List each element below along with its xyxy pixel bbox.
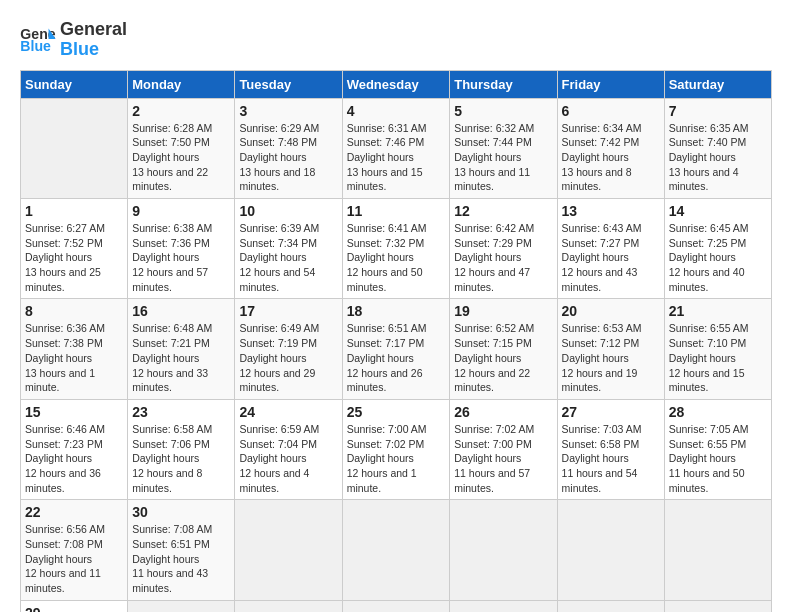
calendar-day-cell: 3Sunrise: 6:29 AMSunset: 7:48 PMDaylight… <box>235 98 342 198</box>
calendar-body: 2Sunrise: 6:28 AMSunset: 7:50 PMDaylight… <box>21 98 772 612</box>
day-number: 25 <box>347 404 446 420</box>
calendar-day-cell: 24Sunrise: 6:59 AMSunset: 7:04 PMDayligh… <box>235 399 342 499</box>
weekday-header-cell: Wednesday <box>342 70 450 98</box>
day-info: Sunrise: 6:56 AMSunset: 7:08 PMDaylight … <box>25 522 123 595</box>
weekday-header-cell: Thursday <box>450 70 557 98</box>
day-number: 4 <box>347 103 446 119</box>
weekday-header-cell: Sunday <box>21 70 128 98</box>
calendar-day-cell: 8Sunrise: 6:36 AMSunset: 7:38 PMDaylight… <box>21 299 128 399</box>
weekday-header-cell: Monday <box>128 70 235 98</box>
calendar-day-cell: 17Sunrise: 6:49 AMSunset: 7:19 PMDayligh… <box>235 299 342 399</box>
calendar-day-cell <box>450 600 557 612</box>
day-number: 24 <box>239 404 337 420</box>
day-info: Sunrise: 7:08 AMSunset: 6:51 PMDaylight … <box>132 522 230 595</box>
calendar-day-cell: 16Sunrise: 6:48 AMSunset: 7:21 PMDayligh… <box>128 299 235 399</box>
day-number: 3 <box>239 103 337 119</box>
day-number: 17 <box>239 303 337 319</box>
day-info: Sunrise: 6:39 AMSunset: 7:34 PMDaylight … <box>239 221 337 294</box>
day-info: Sunrise: 7:03 AMSunset: 6:58 PMDaylight … <box>562 422 660 495</box>
calendar-day-cell: 20Sunrise: 6:53 AMSunset: 7:12 PMDayligh… <box>557 299 664 399</box>
calendar-day-cell <box>557 600 664 612</box>
calendar-day-cell: 13Sunrise: 6:43 AMSunset: 7:27 PMDayligh… <box>557 199 664 299</box>
calendar-day-cell: 14Sunrise: 6:45 AMSunset: 7:25 PMDayligh… <box>664 199 771 299</box>
day-info: Sunrise: 6:41 AMSunset: 7:32 PMDaylight … <box>347 221 446 294</box>
day-number: 2 <box>132 103 230 119</box>
day-info: Sunrise: 6:29 AMSunset: 7:48 PMDaylight … <box>239 121 337 194</box>
calendar-day-cell: 27Sunrise: 7:03 AMSunset: 6:58 PMDayligh… <box>557 399 664 499</box>
day-info: Sunrise: 6:45 AMSunset: 7:25 PMDaylight … <box>669 221 767 294</box>
calendar-day-cell: 15Sunrise: 6:46 AMSunset: 7:23 PMDayligh… <box>21 399 128 499</box>
day-number: 22 <box>25 504 123 520</box>
day-info: Sunrise: 6:59 AMSunset: 7:04 PMDaylight … <box>239 422 337 495</box>
calendar-week-row: 1Sunrise: 6:27 AMSunset: 7:52 PMDaylight… <box>21 199 772 299</box>
day-info: Sunrise: 6:52 AMSunset: 7:15 PMDaylight … <box>454 321 552 394</box>
calendar-day-cell: 23Sunrise: 6:58 AMSunset: 7:06 PMDayligh… <box>128 399 235 499</box>
day-number: 16 <box>132 303 230 319</box>
calendar-day-cell: 6Sunrise: 6:34 AMSunset: 7:42 PMDaylight… <box>557 98 664 198</box>
calendar-day-cell: 7Sunrise: 6:35 AMSunset: 7:40 PMDaylight… <box>664 98 771 198</box>
day-info: Sunrise: 7:05 AMSunset: 6:55 PMDaylight … <box>669 422 767 495</box>
calendar-day-cell: 11Sunrise: 6:41 AMSunset: 7:32 PMDayligh… <box>342 199 450 299</box>
calendar-day-cell: 29Sunrise: 7:06 AMSunset: 6:53 PMDayligh… <box>21 600 128 612</box>
day-number: 20 <box>562 303 660 319</box>
calendar-day-cell: 21Sunrise: 6:55 AMSunset: 7:10 PMDayligh… <box>664 299 771 399</box>
day-info: Sunrise: 6:46 AMSunset: 7:23 PMDaylight … <box>25 422 123 495</box>
day-info: Sunrise: 6:49 AMSunset: 7:19 PMDaylight … <box>239 321 337 394</box>
calendar-week-row: 15Sunrise: 6:46 AMSunset: 7:23 PMDayligh… <box>21 399 772 499</box>
calendar-day-cell: 30Sunrise: 7:08 AMSunset: 6:51 PMDayligh… <box>128 500 235 600</box>
calendar-week-row: 2Sunrise: 6:28 AMSunset: 7:50 PMDaylight… <box>21 98 772 198</box>
svg-text:Blue: Blue <box>20 38 51 54</box>
calendar-day-cell: 12Sunrise: 6:42 AMSunset: 7:29 PMDayligh… <box>450 199 557 299</box>
day-number: 27 <box>562 404 660 420</box>
weekday-header-row: SundayMondayTuesdayWednesdayThursdayFrid… <box>21 70 772 98</box>
day-info: Sunrise: 6:53 AMSunset: 7:12 PMDaylight … <box>562 321 660 394</box>
day-number: 19 <box>454 303 552 319</box>
day-number: 30 <box>132 504 230 520</box>
calendar-day-cell: 26Sunrise: 7:02 AMSunset: 7:00 PMDayligh… <box>450 399 557 499</box>
calendar-table: SundayMondayTuesdayWednesdayThursdayFrid… <box>20 70 772 612</box>
calendar-day-cell: 4Sunrise: 6:31 AMSunset: 7:46 PMDaylight… <box>342 98 450 198</box>
calendar-day-cell: 22Sunrise: 6:56 AMSunset: 7:08 PMDayligh… <box>21 500 128 600</box>
calendar-day-cell <box>557 500 664 600</box>
day-number: 6 <box>562 103 660 119</box>
logo-text: General Blue <box>60 20 127 60</box>
calendar-day-cell <box>235 500 342 600</box>
day-number: 8 <box>25 303 123 319</box>
day-info: Sunrise: 6:43 AMSunset: 7:27 PMDaylight … <box>562 221 660 294</box>
day-number: 23 <box>132 404 230 420</box>
calendar-day-cell: 25Sunrise: 7:00 AMSunset: 7:02 PMDayligh… <box>342 399 450 499</box>
day-number: 29 <box>25 605 123 612</box>
calendar-day-cell <box>664 600 771 612</box>
day-info: Sunrise: 6:31 AMSunset: 7:46 PMDaylight … <box>347 121 446 194</box>
calendar-day-cell <box>342 600 450 612</box>
day-info: Sunrise: 6:36 AMSunset: 7:38 PMDaylight … <box>25 321 123 394</box>
day-number: 1 <box>25 203 123 219</box>
day-number: 14 <box>669 203 767 219</box>
calendar-day-cell: 5Sunrise: 6:32 AMSunset: 7:44 PMDaylight… <box>450 98 557 198</box>
calendar-day-cell: 2Sunrise: 6:28 AMSunset: 7:50 PMDaylight… <box>128 98 235 198</box>
logo: General Blue General Blue <box>20 20 127 60</box>
day-number: 13 <box>562 203 660 219</box>
calendar-day-cell <box>450 500 557 600</box>
day-info: Sunrise: 6:48 AMSunset: 7:21 PMDaylight … <box>132 321 230 394</box>
page-header: General Blue General Blue <box>20 20 772 60</box>
day-info: Sunrise: 6:38 AMSunset: 7:36 PMDaylight … <box>132 221 230 294</box>
day-info: Sunrise: 6:32 AMSunset: 7:44 PMDaylight … <box>454 121 552 194</box>
calendar-day-cell <box>128 600 235 612</box>
calendar-day-cell: 18Sunrise: 6:51 AMSunset: 7:17 PMDayligh… <box>342 299 450 399</box>
day-info: Sunrise: 6:51 AMSunset: 7:17 PMDaylight … <box>347 321 446 394</box>
calendar-day-cell: 19Sunrise: 6:52 AMSunset: 7:15 PMDayligh… <box>450 299 557 399</box>
calendar-day-cell <box>342 500 450 600</box>
day-number: 26 <box>454 404 552 420</box>
calendar-day-cell: 9Sunrise: 6:38 AMSunset: 7:36 PMDaylight… <box>128 199 235 299</box>
day-number: 12 <box>454 203 552 219</box>
day-number: 7 <box>669 103 767 119</box>
logo-icon: General Blue <box>20 25 56 55</box>
weekday-header-cell: Saturday <box>664 70 771 98</box>
day-info: Sunrise: 6:35 AMSunset: 7:40 PMDaylight … <box>669 121 767 194</box>
day-info: Sunrise: 6:34 AMSunset: 7:42 PMDaylight … <box>562 121 660 194</box>
calendar-week-row: 29Sunrise: 7:06 AMSunset: 6:53 PMDayligh… <box>21 600 772 612</box>
calendar-day-cell <box>235 600 342 612</box>
calendar-day-cell: 1Sunrise: 6:27 AMSunset: 7:52 PMDaylight… <box>21 199 128 299</box>
weekday-header-cell: Tuesday <box>235 70 342 98</box>
